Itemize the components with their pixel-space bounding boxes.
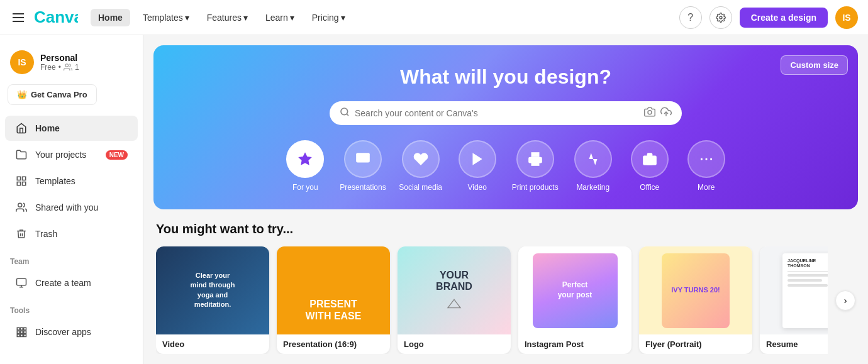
more-icon xyxy=(687,140,725,178)
top-navigation: Canva Home Templates▾ Features▾ Learn▾ P… xyxy=(0,0,868,35)
svg-rect-16 xyxy=(24,331,26,334)
help-button[interactable]: ? xyxy=(679,6,702,29)
category-more[interactable]: More xyxy=(684,140,728,192)
get-canva-pro-button[interactable]: 👑 Get Canva Pro xyxy=(8,84,97,105)
upload-icon[interactable] xyxy=(660,106,672,120)
card-video[interactable]: Clear yourmind throughyoga andmeditation… xyxy=(156,246,269,354)
category-social-media[interactable]: Social media xyxy=(399,140,443,192)
sidebar-item-shared[interactable]: Shared with you xyxy=(5,195,138,220)
new-badge: NEW xyxy=(106,150,128,160)
card-flyer-label: Flyer (Portrait) xyxy=(639,334,752,354)
svg-point-1 xyxy=(720,16,722,19)
print-icon xyxy=(516,140,554,178)
video-icon xyxy=(459,140,496,178)
svg-rect-4 xyxy=(23,177,26,180)
nav-templates[interactable]: Templates▾ xyxy=(138,9,194,26)
search-extra-icons xyxy=(644,106,672,120)
card-instagram[interactable]: Perfectyour post Instagram Post xyxy=(518,246,632,354)
card-instagram-label: Instagram Post xyxy=(518,334,632,354)
svg-rect-8 xyxy=(17,279,26,285)
svg-point-7 xyxy=(18,203,22,207)
svg-rect-28 xyxy=(531,160,539,166)
nav-home[interactable]: Home xyxy=(91,9,130,26)
category-office[interactable]: Office xyxy=(628,140,672,192)
for-you-icon xyxy=(286,140,324,178)
office-icon xyxy=(631,140,669,178)
nav-learn[interactable]: Learn▾ xyxy=(260,9,299,26)
custom-size-button[interactable]: Custom size xyxy=(781,55,848,75)
cards-row: Clear yourmind throughyoga andmeditation… xyxy=(156,246,828,354)
svg-marker-27 xyxy=(472,153,482,165)
svg-text:Canva: Canva xyxy=(34,9,78,26)
settings-button[interactable] xyxy=(709,6,732,29)
sidebar-user-plan: Free • 1 xyxy=(40,63,79,72)
search-input[interactable] xyxy=(355,108,639,118)
camera-icon[interactable] xyxy=(644,106,655,120)
category-for-you[interactable]: For you xyxy=(283,140,327,192)
svg-rect-12 xyxy=(21,328,23,330)
sidebar-avatar[interactable]: IS xyxy=(10,50,34,74)
topnav-left: Canva Home Templates▾ Features▾ Learn▾ P… xyxy=(10,9,350,26)
sidebar-item-discover-apps[interactable]: Discover apps xyxy=(5,319,138,345)
tools-section-title: Tools xyxy=(0,296,143,319)
next-cards-button[interactable]: › xyxy=(835,290,855,311)
user-avatar[interactable]: IS xyxy=(835,6,858,29)
card-resume-label: Resume xyxy=(760,334,828,354)
trash-icon xyxy=(15,228,28,240)
card-instagram-thumb: Perfectyour post xyxy=(518,246,632,334)
sidebar-navigation: Home Your projects NEW Templates Shared xyxy=(0,115,143,247)
category-marketing[interactable]: Marketing xyxy=(571,140,615,192)
category-label-more: More xyxy=(698,183,715,192)
team-section-title: Team xyxy=(0,247,143,270)
svg-line-21 xyxy=(347,114,348,116)
card-resume[interactable]: JACQUELINETHOMSON Resume xyxy=(760,246,828,354)
card-video-label: Video xyxy=(156,334,269,354)
hero-title: What will you design? xyxy=(169,65,843,89)
card-presentation[interactable]: PRESENTWITH EASE Presentation (16:9) xyxy=(277,246,390,354)
category-video[interactable]: Video xyxy=(455,140,499,192)
sidebar-item-projects[interactable]: Your projects NEW xyxy=(5,142,138,167)
svg-point-32 xyxy=(710,158,712,160)
shared-icon xyxy=(15,201,28,214)
create-design-button[interactable]: Create a design xyxy=(740,8,828,28)
category-label-marketing: Marketing xyxy=(576,183,609,192)
card-logo-label: Logo xyxy=(398,334,511,354)
nav-features[interactable]: Features▾ xyxy=(202,9,253,26)
suggestions-cards-container: Clear yourmind throughyoga andmeditation… xyxy=(156,246,855,354)
hero-section: Custom size What will you design? xyxy=(153,45,858,209)
svg-rect-17 xyxy=(17,334,19,337)
sidebar-item-templates[interactable]: Templates xyxy=(5,168,138,194)
svg-rect-6 xyxy=(23,182,26,185)
svg-point-2 xyxy=(65,64,69,67)
svg-rect-24 xyxy=(356,153,370,162)
category-label-presentations: Presentations xyxy=(340,183,386,192)
crown-icon: 👑 xyxy=(17,90,27,99)
discover-apps-icon xyxy=(15,326,28,338)
nav-pricing[interactable]: Pricing▾ xyxy=(307,9,350,26)
sidebar-user-profile: IS Personal Free • 1 xyxy=(0,45,143,84)
card-flyer-thumb: IVY TURNS 20! xyxy=(639,246,752,334)
folder-icon xyxy=(15,148,28,161)
card-presentation-label: Presentation (16:9) xyxy=(277,334,390,354)
category-presentations[interactable]: Presentations xyxy=(340,140,386,192)
main-content: Custom size What will you design? xyxy=(143,35,868,364)
canva-logo[interactable]: Canva xyxy=(34,9,78,26)
topnav-right: ? Create a design IS xyxy=(679,6,858,29)
sidebar-item-home[interactable]: Home xyxy=(5,116,138,141)
sidebar-item-trash[interactable]: Trash xyxy=(5,221,138,246)
hamburger-menu[interactable] xyxy=(10,11,26,25)
svg-rect-13 xyxy=(24,328,26,330)
svg-rect-5 xyxy=(17,182,20,185)
main-layout: IS Personal Free • 1 👑 Get Canva Pro Hom xyxy=(0,35,868,364)
category-print-products[interactable]: Print products xyxy=(512,140,559,192)
card-logo[interactable]: YOURBRAND Logo xyxy=(398,246,511,354)
card-logo-thumb: YOURBRAND xyxy=(398,246,511,334)
sidebar: IS Personal Free • 1 👑 Get Canva Pro Hom xyxy=(0,35,143,364)
category-label-video: Video xyxy=(467,183,486,192)
svg-rect-18 xyxy=(21,334,23,337)
marketing-icon xyxy=(574,140,612,178)
sidebar-item-create-team[interactable]: Create a team xyxy=(5,270,138,295)
people-icon xyxy=(64,63,72,72)
card-presentation-thumb: PRESENTWITH EASE xyxy=(277,246,390,334)
card-flyer[interactable]: IVY TURNS 20! Flyer (Portrait) xyxy=(639,246,752,354)
